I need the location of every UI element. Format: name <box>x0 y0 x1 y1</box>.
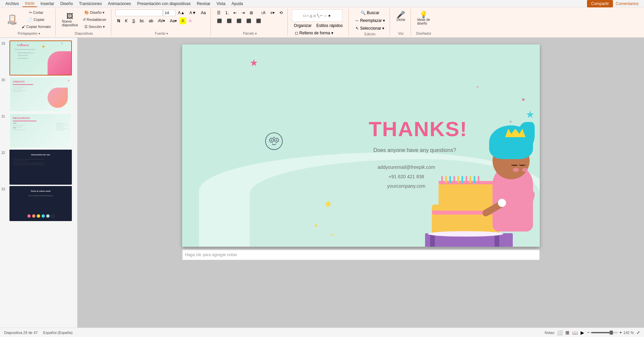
btn-copiar-formato[interactable]: 🖌 Copiar formato <box>20 24 53 30</box>
slide-num-33: 33 <box>1 186 8 191</box>
menu-ayuda[interactable]: Ayuda <box>229 1 246 7</box>
section-label-edicion: Edición <box>364 32 375 36</box>
btn-font-color[interactable]: A <box>187 18 194 24</box>
btn-dictar[interactable]: 🎤 Dictar <box>394 9 408 23</box>
section-label-diapositivas: Diapositivas <box>75 32 93 35</box>
comments-button[interactable]: Comentarios <box>616 1 639 6</box>
svg-point-4 <box>276 140 277 141</box>
btn-relleno[interactable]: ◻ Relleno de forma ▾ <box>292 30 336 36</box>
slide-thumb-33[interactable]: 33 Fonts & colors used The presentation … <box>1 186 76 221</box>
btn-indent-less[interactable]: ⇤ <box>231 9 239 16</box>
btn-align-right[interactable]: ⬛ <box>234 18 244 24</box>
slide-preview-29[interactable]: THANKS! Does anyone have any questions? … <box>9 40 72 75</box>
slide-thumb-32[interactable]: 32 Instructions for use ────────────────… <box>1 150 76 185</box>
design-ideas-icon: 💡 <box>419 11 428 18</box>
btn-clear-format[interactable]: Aa <box>199 9 208 16</box>
btn-align-left[interactable]: ⬛ <box>215 18 224 24</box>
status-bar: Diapositiva 29 de 47 Español (España) No… <box>0 328 644 337</box>
btn-case[interactable]: Aa▾ <box>168 18 179 24</box>
btn-copiar[interactable]: 📄 Copiar <box>20 17 53 23</box>
menu-animaciones[interactable]: Animaciones <box>105 1 134 7</box>
zoom-level: 142 % <box>623 331 634 335</box>
zoom-slider[interactable] <box>591 332 618 333</box>
menu-inicio[interactable]: Inicio <box>22 0 37 7</box>
slide-preview-33[interactable]: Fonts & colors used The presentation use… <box>9 186 72 221</box>
notes-toggle[interactable]: Notas <box>544 331 554 335</box>
notes-area[interactable]: Haga clic para agregar notas <box>182 249 540 260</box>
view-reading[interactable]: 📖 <box>572 330 578 335</box>
btn-cols[interactable]: ⊞ <box>248 9 255 16</box>
btn-text-direction[interactable]: ↕A <box>259 9 268 16</box>
btn-buscar[interactable]: 🔍 Buscar <box>353 9 387 16</box>
slide-panel: 29 THANKS! Does anyone have any question… <box>0 38 78 328</box>
new-slide-icon: 🖼 <box>66 13 73 20</box>
canvas-area: ★ ★ ★ ★ ★ ★ ★ ✦ ✦ ✦ ★ <box>78 38 644 328</box>
btn-numbering[interactable]: 1. <box>223 9 231 16</box>
share-button[interactable]: Compartir <box>587 0 613 7</box>
btn-underline[interactable]: S <box>130 18 137 24</box>
slide-thumb-30[interactable]: 30 CREDITS ──────────────── ────────────… <box>1 77 76 112</box>
slide-num-32: 32 <box>1 150 8 155</box>
btn-seccion[interactable]: ☰ Sección ▾ <box>81 24 108 30</box>
svg-point-0 <box>265 133 282 150</box>
ribbon-section-dibujo: □○△◇ ╲─→★ Organizar Estilos rápidos ◻ Re… <box>289 9 349 36</box>
slide-canvas[interactable]: ★ ★ ★ ★ ★ ★ ★ ✦ ✦ ✦ ★ <box>182 44 540 247</box>
btn-diseno[interactable]: 🎨 Diseño ▾ <box>81 9 108 16</box>
view-slideshow[interactable]: ▶ <box>581 330 584 335</box>
btn-estilos[interactable]: Estilos rápidos <box>314 22 345 29</box>
btn-organizar[interactable]: Organizar <box>292 22 314 29</box>
menu-vista[interactable]: Vista <box>214 1 228 7</box>
btn-bullets[interactable]: ☰ <box>215 9 223 16</box>
slide-preview-31[interactable]: RESOURCES SLIDES ───────────────── ─────… <box>9 113 72 148</box>
star-pink-small: ★ <box>476 85 479 89</box>
btn-nueva-diapositiva[interactable]: 🖼 Nuevadiapositiva <box>60 11 80 29</box>
btn-justify[interactable]: ⬛ <box>244 18 253 24</box>
fit-window-button[interactable]: ⤢ <box>637 330 640 335</box>
menu-revisar[interactable]: Revisar <box>194 1 213 7</box>
menu-presentacion[interactable]: Presentación con diapositivas <box>134 1 193 7</box>
ribbon-section-parrafo: ☰ 1. ⇤ ⇥ ⊞ ↕A ≡▾ ⟲ ⬛ ⬛ ⬛ ⬛ ⬛ Párrafo ▾ <box>212 9 288 36</box>
btn-seleccionar[interactable]: ↖ Seleccionar ▾ <box>353 25 387 32</box>
ribbon-section-disenador: 💡 Ideas dediseño Diseñador <box>412 9 435 36</box>
view-normal[interactable]: ⬜ <box>557 330 563 335</box>
btn-ideas-diseno[interactable]: 💡 Ideas dediseño <box>415 9 432 27</box>
btn-increase-font[interactable]: A▲ <box>176 9 187 16</box>
slide-preview-32[interactable]: Instructions for use ───────────────────… <box>9 150 72 185</box>
menu-transiciones[interactable]: Transiciones <box>76 1 105 7</box>
font-size-input[interactable] <box>163 9 175 16</box>
btn-strikethrough[interactable]: bc <box>138 18 146 24</box>
btn-pegar[interactable]: 📋 Pegar <box>5 13 19 27</box>
btn-align-center[interactable]: ⬛ <box>225 18 234 24</box>
btn-bold[interactable]: N <box>115 18 122 24</box>
star-yellow-bottom: ★ <box>324 198 332 210</box>
menu-archivo[interactable]: Archivo <box>3 1 22 7</box>
paste-icon: 📋 <box>8 14 17 21</box>
slide-num-29: 29 <box>1 40 8 45</box>
ribbon-section-fuente: A▲ A▼ Aa N K S bc ab AV▾ Aa▾ A A Fuente … <box>113 9 211 36</box>
view-slide-sorter[interactable]: ⊞ <box>565 330 569 335</box>
btn-decrease-font[interactable]: A▼ <box>187 9 198 16</box>
owl-mascot-icon <box>265 132 283 155</box>
menu-bar: Archivo Inicio Insertar Diseño Transicio… <box>0 0 644 7</box>
btn-align-text[interactable]: ≡▾ <box>268 9 277 16</box>
btn-smartart[interactable]: ⟲ <box>277 9 285 16</box>
slide-thumb-29[interactable]: 29 THANKS! Does anyone have any question… <box>1 40 76 75</box>
slide-thumb-31[interactable]: 31 RESOURCES SLIDES ───────────────── ──… <box>1 113 76 148</box>
slide-preview-30[interactable]: CREDITS ──────────────── ──────────── ──… <box>9 77 72 112</box>
menu-insertar[interactable]: Insertar <box>38 1 57 7</box>
font-name-input[interactable] <box>115 9 163 16</box>
btn-shadow[interactable]: ab <box>147 18 155 24</box>
btn-restablecer[interactable]: ↺ Restablecer <box>81 17 108 23</box>
menu-diseno[interactable]: Diseño <box>58 1 76 7</box>
zoom-in[interactable]: + <box>619 330 622 335</box>
btn-reemplazar[interactable]: ↔ Reemplazar ▾ <box>353 17 387 24</box>
ribbon-section-diapositivas: 🖼 Nuevadiapositiva 🎨 Diseño ▾ ↺ Restable… <box>57 9 111 36</box>
btn-italic[interactable]: K <box>123 18 130 24</box>
btn-cortar[interactable]: ✂ Cortar <box>20 9 53 16</box>
btn-highlight[interactable]: A <box>179 18 186 24</box>
zoom-out[interactable]: − <box>587 330 590 335</box>
section-label-parrafo: Párrafo ▾ <box>243 32 257 35</box>
btn-indent-more[interactable]: ⇥ <box>240 9 247 16</box>
btn-cols2[interactable]: ⬛ <box>254 18 263 24</box>
btn-spacing[interactable]: AV▾ <box>156 18 167 24</box>
